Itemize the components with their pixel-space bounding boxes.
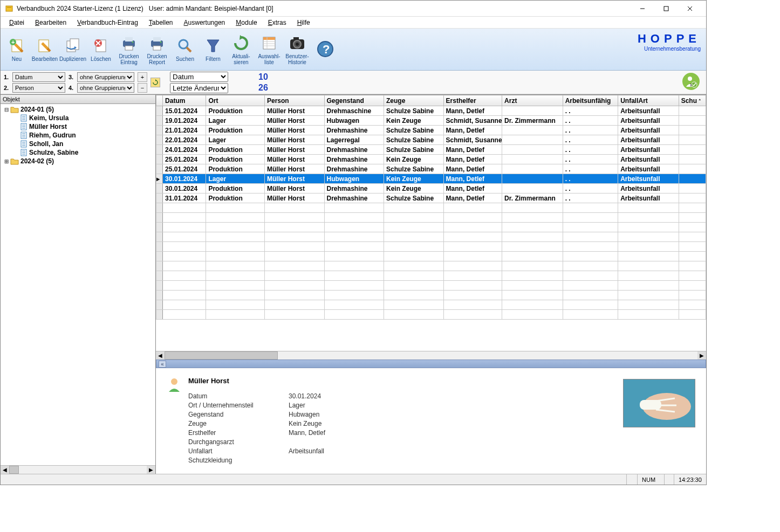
scroll-right-icon[interactable]: ▶ (147, 466, 155, 474)
toolbar-auswahl-[interactable]: Auswahl-liste (255, 30, 283, 69)
toolbar-help[interactable]: ? (311, 30, 339, 69)
scroll-thumb[interactable] (9, 466, 19, 474)
tree-item[interactable]: Schulze, Sabine (2, 148, 154, 157)
maximize-button[interactable] (654, 1, 678, 16)
toolbar-drucken[interactable]: DruckenEintrag (115, 30, 143, 69)
row-selector[interactable] (156, 145, 163, 155)
tree[interactable]: ⊟2024-01 (5)Keim, UrsulaMüller HorstRieh… (1, 104, 155, 465)
tree-folder[interactable]: ⊞2024-02 (5) (2, 157, 154, 165)
table-cell: Arbeitsunfall (618, 116, 679, 126)
table-row[interactable]: 19.01.2024LagerMüller HorstHubwagenKein … (156, 116, 706, 126)
table-row[interactable]: 24.01.2024ProduktionMüller HorstDrehmash… (156, 145, 706, 155)
row-selector[interactable] (156, 106, 163, 116)
table-row[interactable]: ▸30.01.2024LagerMüller HorstHubwagenKein… (156, 174, 706, 184)
row-selector[interactable] (156, 155, 163, 164)
toolbar-label: Löschen (91, 56, 111, 62)
toolbar-duplizieren[interactable]: Duplizieren (59, 30, 87, 69)
toolbar-label: Bearbeiten (32, 56, 58, 62)
toolbar-neu[interactable]: +Neu (3, 30, 31, 69)
data-grid[interactable]: DatumOrtPersonGegenstandZeugeErsthelferA… (156, 95, 706, 320)
row-selector[interactable] (156, 184, 163, 194)
group3-select[interactable]: ohne Gruppierung (77, 72, 134, 82)
column-header-arbeitsunfähig[interactable]: Arbeitsunfähig (563, 95, 618, 106)
toolbar-drucken[interactable]: DruckenReport (143, 30, 171, 69)
table-cell: Hubwagen (324, 116, 384, 126)
table-cell: Arbeitsunfall (618, 126, 679, 135)
group4-select[interactable]: ohne Gruppierung (77, 83, 134, 93)
person-icon (167, 377, 182, 392)
table-row[interactable]: 25.01.2024ProduktionMüller HorstDrehmash… (156, 164, 706, 174)
tree-item[interactable]: Scholl, Jan (2, 140, 154, 148)
detail-separator[interactable]: « (156, 360, 706, 368)
menu-extras[interactable]: Extras (263, 18, 292, 27)
tree-item[interactable]: Müller Horst (2, 122, 154, 131)
grid-hscrollbar[interactable]: ◀ ▶ (156, 351, 706, 360)
table-row-empty (156, 252, 706, 261)
menu-hilfe[interactable]: Hilfe (292, 18, 316, 27)
tree-item[interactable]: Keim, Ursula (2, 114, 154, 122)
refresh-group-button[interactable] (150, 78, 160, 87)
remove-group-button[interactable]: − (138, 83, 147, 93)
table-row[interactable]: 25.01.2024ProduktionMüller HorstDrehmash… (156, 155, 706, 164)
column-header-gegenstand[interactable]: Gegenstand (324, 95, 384, 106)
document-icon (20, 140, 28, 148)
minimize-button[interactable] (631, 1, 654, 16)
menu-verbandbuch-eintrag[interactable]: Verbandbuch-Eintrag (72, 18, 143, 27)
table-cell (679, 135, 706, 145)
table-cell: Müller Horst (264, 174, 324, 184)
column-header-person[interactable]: Person (264, 95, 324, 106)
scroll-right-icon[interactable]: ▶ (697, 351, 706, 360)
table-row[interactable]: 22.01.2024LagerMüller HorstLagerregalSch… (156, 135, 706, 145)
toolbar-löschen[interactable]: Löschen (87, 30, 115, 69)
tree-folder[interactable]: ⊟2024-01 (5) (2, 105, 154, 114)
menu-bearbeiten[interactable]: Bearbeiten (30, 18, 72, 27)
collapse-detail-icon[interactable]: « (159, 361, 166, 368)
menu-datei[interactable]: Datei (4, 18, 30, 27)
group1-select[interactable]: Datum (12, 72, 65, 82)
sort2-select[interactable]: Letzte Änderung (170, 83, 228, 93)
column-header-ort[interactable]: Ort (206, 95, 265, 106)
column-header-ersthelfer[interactable]: Ersthelfer (443, 95, 502, 106)
collapse-icon[interactable]: ⊟ (3, 107, 10, 113)
scroll-left-icon[interactable]: ◀ (156, 351, 165, 360)
group3-label: 3. (69, 74, 76, 80)
row-selector[interactable] (156, 126, 163, 135)
add-group-button[interactable]: + (138, 72, 147, 82)
user-status-icon[interactable]: 1 (682, 73, 700, 90)
row-selector[interactable] (156, 164, 163, 174)
toolbar-bearbeiten[interactable]: Bearbeiten (31, 30, 59, 69)
group2-select[interactable]: Person (12, 83, 65, 93)
close-button[interactable] (678, 1, 702, 16)
sort1-select[interactable]: Datum (170, 72, 228, 82)
table-row[interactable]: 21.01.2024ProduktionMüller HorstDrehmash… (156, 126, 706, 135)
row-selector[interactable]: ▸ (156, 174, 163, 184)
menu-module[interactable]: Module (230, 18, 262, 27)
tree-item[interactable]: Riehm, Gudrun (2, 131, 154, 140)
column-header-datum[interactable]: Datum (163, 95, 206, 106)
grid-wrap[interactable]: DatumOrtPersonGegenstandZeugeErsthelferA… (156, 95, 706, 351)
tree-hscrollbar[interactable]: ◀ ▶ (1, 465, 155, 474)
table-row[interactable]: 31.01.2024ProduktionMüller HorstDrehmash… (156, 194, 706, 203)
scroll-thumb[interactable] (165, 351, 278, 360)
column-header-arzt[interactable]: Arzt (502, 95, 563, 106)
toolbar-label: DruckenReport (147, 53, 167, 65)
row-selector[interactable] (156, 135, 163, 145)
menu-tabellen[interactable]: Tabellen (143, 18, 179, 27)
scroll-left-icon[interactable]: ◀ (1, 466, 9, 474)
table-row[interactable]: 30.01.2024ProduktionMüller HorstDrehmash… (156, 184, 706, 194)
tree-label: Scholl, Jan (29, 140, 63, 148)
menu-auswertungen[interactable]: Auswertungen (179, 18, 231, 27)
toolbar-suchen[interactable]: Suchen (171, 30, 199, 69)
expand-icon[interactable]: ⊞ (3, 158, 10, 164)
toolbar-benutzer-[interactable]: Benutzer-Historie (283, 30, 311, 69)
toolbar-filtern[interactable]: Filtern (199, 30, 227, 69)
column-header-schu[interactable]: Schu ˄ (679, 95, 706, 106)
row-selector[interactable] (156, 116, 163, 126)
toolbar-aktuali-[interactable]: Aktuali-sieren (227, 30, 255, 69)
column-header-zeuge[interactable]: Zeuge (384, 95, 444, 106)
table-row[interactable]: 15.01.2024ProduktionMüller HorstDrehmasc… (156, 106, 706, 116)
table-row-empty (156, 281, 706, 291)
column-header-unfallart[interactable]: UnfallArt (618, 95, 679, 106)
row-selector-header[interactable] (156, 95, 163, 106)
row-selector[interactable] (156, 194, 163, 203)
